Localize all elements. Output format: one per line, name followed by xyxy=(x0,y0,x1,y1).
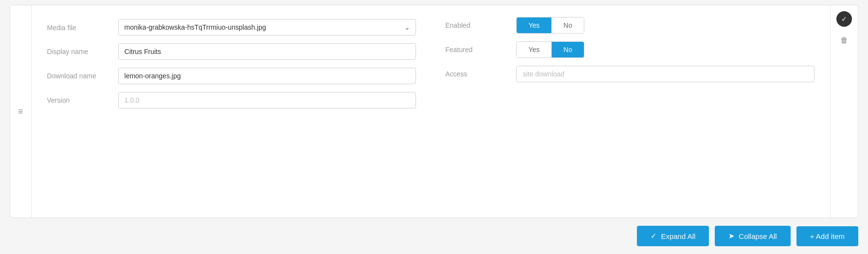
featured-label: Featured xyxy=(445,46,508,54)
featured-yes-button[interactable]: Yes xyxy=(517,42,551,57)
access-label: Access xyxy=(445,70,508,78)
display-name-label: Display name xyxy=(47,48,110,55)
icon-actions: ✓ 🗑 xyxy=(830,5,858,218)
trash-icon: 🗑 xyxy=(840,36,848,45)
download-name-input[interactable] xyxy=(118,68,416,84)
display-name-input[interactable] xyxy=(118,43,416,60)
collapse-all-icon: ➤ xyxy=(728,232,735,240)
media-file-select-wrapper[interactable]: monika-grabkowska-hsTqTrrmiuo-unsplash.j… xyxy=(118,19,416,36)
action-bar: ✓ Expand All ➤ Collapse All + Add item xyxy=(0,218,868,254)
collapse-all-button[interactable]: ➤ Collapse All xyxy=(715,226,790,246)
confirm-button[interactable]: ✓ xyxy=(836,11,852,27)
media-file-label: Media file xyxy=(47,24,110,32)
featured-toggle-group: Yes No xyxy=(516,41,584,58)
expand-all-label: Expand All xyxy=(661,232,695,240)
enabled-no-button[interactable]: No xyxy=(551,18,584,33)
left-section: Media file monika-grabkowska-hsTqTrrmiuo… xyxy=(47,17,416,206)
add-item-button[interactable]: + Add item xyxy=(796,226,858,246)
drag-handle[interactable]: ≡ xyxy=(10,5,32,218)
enabled-label: Enabled xyxy=(445,21,508,29)
expand-all-button[interactable]: ✓ Expand All xyxy=(637,226,709,246)
enabled-row: Enabled Yes No xyxy=(445,17,814,34)
version-input[interactable] xyxy=(118,92,416,109)
download-name-row: Download name xyxy=(47,68,416,84)
delete-button[interactable]: 🗑 xyxy=(836,33,852,48)
access-row: Access xyxy=(445,66,814,82)
expand-all-icon: ✓ xyxy=(651,232,657,240)
enabled-yes-button[interactable]: Yes xyxy=(517,18,551,33)
display-name-row: Display name xyxy=(47,43,416,60)
check-icon: ✓ xyxy=(841,15,847,23)
enabled-toggle-group: Yes No xyxy=(516,17,584,34)
media-file-select[interactable]: monika-grabkowska-hsTqTrrmiuo-unsplash.j… xyxy=(118,19,416,36)
right-section: Enabled Yes No Featured Yes No Access xyxy=(445,17,814,206)
version-label: Version xyxy=(47,96,110,104)
featured-no-button[interactable]: No xyxy=(551,42,584,57)
drag-icon: ≡ xyxy=(18,107,23,117)
download-name-label: Download name xyxy=(47,72,110,80)
featured-row: Featured Yes No xyxy=(445,41,814,58)
form-area: Media file monika-grabkowska-hsTqTrrmiuo… xyxy=(32,5,830,218)
collapse-all-label: Collapse All xyxy=(739,232,777,240)
add-item-label: + Add item xyxy=(810,232,845,240)
access-input[interactable] xyxy=(516,66,814,82)
version-row: Version xyxy=(47,92,416,109)
media-file-row: Media file monika-grabkowska-hsTqTrrmiuo… xyxy=(47,19,416,36)
